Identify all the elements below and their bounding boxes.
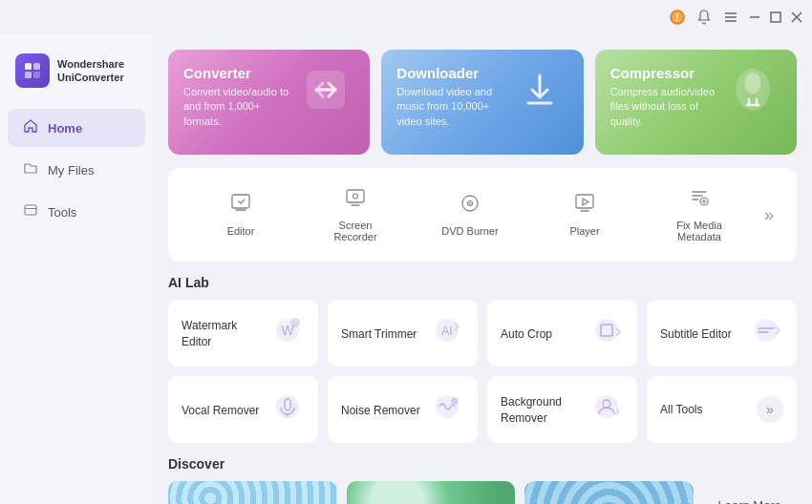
myfiles-icon	[23, 160, 38, 179]
player-label: Player	[569, 225, 599, 237]
svg-text:!: !	[675, 12, 678, 23]
converter-icon	[297, 61, 354, 129]
converter-card[interactable]: Converter Convert video/audio to and fro…	[168, 50, 370, 155]
svg-rect-12	[33, 72, 40, 78]
watermark-icon: W	[270, 313, 305, 355]
downloader-desc: Download video and music from 10,000+ vi…	[396, 85, 510, 129]
maximize-button[interactable]	[768, 10, 783, 25]
ai-vocal-remover[interactable]: Vocal Remover	[168, 376, 318, 443]
svg-point-30	[595, 319, 618, 342]
notification-icon[interactable]: !	[667, 7, 688, 28]
converter-title: Converter	[183, 65, 297, 81]
dvd-burner-label: DVD Burner	[441, 225, 498, 237]
ai-subtitle-editor[interactable]: Subtitle Editor	[647, 300, 797, 367]
noise-remover-label: Noise Remover	[341, 403, 420, 419]
discover-learn-more[interactable]: Learn More »	[703, 491, 798, 505]
ai-lab-title: AI Lab	[168, 275, 797, 290]
svg-rect-6	[771, 12, 780, 22]
ai-auto-crop[interactable]: Auto Crop	[487, 300, 637, 367]
svg-rect-17	[232, 195, 249, 208]
background-remover-label: Background Remover	[501, 394, 587, 427]
sidebar-logo: Wondershare UniConverter	[0, 46, 153, 107]
ai-smart-trimmer[interactable]: Smart Trimmer AI	[328, 300, 478, 367]
sidebar-myfiles-label: My Files	[48, 163, 94, 178]
tool-dvd-burner[interactable]: DVD Burner	[413, 185, 527, 244]
svg-text:AI: AI	[441, 325, 452, 338]
svg-rect-10	[33, 63, 40, 70]
ai-background-remover[interactable]: Background Remover	[487, 376, 637, 443]
compressor-card-text: Compressor Compress audio/video files wi…	[610, 65, 724, 129]
menu-icon[interactable]	[720, 7, 741, 28]
crop-icon	[589, 313, 624, 355]
svg-rect-9	[25, 63, 32, 70]
screen-recorder-label: Screen Recorder	[317, 220, 394, 242]
discover-thumb-2[interactable]	[347, 481, 516, 504]
svg-point-32	[755, 319, 778, 342]
svg-point-38	[595, 395, 618, 418]
sidebar-tools-label: Tools	[48, 205, 76, 220]
svg-text:G: G	[452, 398, 457, 405]
converter-desc: Convert video/audio to and from 1,000+ f…	[183, 85, 297, 129]
subtitle-editor-label: Subtitle Editor	[660, 326, 732, 343]
discover-thumb-1-inner	[168, 481, 337, 504]
ai-lab-grid: Watermark Editor W Smart Trimmer	[168, 300, 797, 443]
vocal-icon	[270, 389, 305, 431]
ai-all-tools[interactable]: All Tools »	[647, 376, 797, 443]
svg-rect-23	[576, 195, 593, 208]
discover-section: Discover Learn More »	[168, 456, 797, 504]
tool-editor[interactable]: Editor	[183, 185, 298, 244]
smart-trimmer-label: Smart Trimmer	[341, 326, 417, 343]
compressor-card[interactable]: Compressor Compress audio/video files wi…	[595, 50, 797, 155]
watermark-editor-label: Watermark Editor	[182, 318, 267, 350]
sidebar-item-home[interactable]: Home	[8, 109, 145, 147]
vocal-remover-label: Vocal Remover	[182, 403, 259, 419]
sidebar-home-label: Home	[48, 121, 82, 136]
tool-player[interactable]: Player	[527, 185, 642, 244]
main-content: Converter Convert video/audio to and fro…	[153, 34, 812, 504]
converter-card-text: Converter Convert video/audio to and fro…	[183, 65, 297, 129]
screen-recorder-icon	[345, 187, 366, 214]
downloader-title: Downloader	[396, 65, 510, 81]
downloader-card[interactable]: Downloader Download video and music from…	[381, 50, 583, 155]
app-logo-icon	[15, 53, 50, 88]
tools-icon	[23, 202, 38, 221]
learn-more-label: Learn More	[718, 498, 781, 505]
app-logo-text: Wondershare UniConverter	[57, 57, 124, 85]
top-cards: Converter Convert video/audio to and fro…	[168, 50, 797, 155]
downloader-icon	[511, 61, 568, 129]
svg-point-27	[290, 318, 300, 327]
discover-thumb-3[interactable]	[524, 481, 694, 504]
minimize-button[interactable]	[747, 10, 762, 25]
bell-icon[interactable]	[694, 7, 715, 28]
trimmer-icon: AI	[430, 313, 464, 355]
discover-thumb-3-inner	[524, 481, 694, 504]
discover-thumb-1[interactable]	[168, 481, 337, 504]
editor-label: Editor	[227, 225, 255, 237]
discover-thumb-2-inner	[347, 481, 516, 504]
svg-point-22	[469, 202, 471, 204]
home-icon	[23, 118, 38, 137]
fix-media-label: Fix Media Metadata	[661, 220, 737, 242]
all-tools-arrow: »	[757, 396, 783, 423]
tools-more-arrow[interactable]: »	[757, 205, 781, 225]
tools-row: Editor Screen Recorder	[168, 168, 797, 262]
discover-cards: Learn More »	[168, 481, 797, 504]
ai-noise-remover[interactable]: Noise Remover G	[328, 376, 478, 443]
titlebar-controls: !	[667, 7, 804, 28]
bg-icon	[589, 389, 624, 431]
compressor-icon	[724, 61, 781, 129]
dvd-burner-icon	[459, 193, 481, 220]
tool-screen-recorder[interactable]: Screen Recorder	[298, 179, 413, 250]
sidebar-item-myfiles[interactable]: My Files	[8, 151, 145, 189]
fix-media-icon	[689, 187, 710, 214]
close-button[interactable]	[789, 10, 804, 25]
all-tools-label: All Tools	[660, 403, 702, 416]
tool-fix-media[interactable]: Fix Media Metadata	[642, 179, 757, 250]
titlebar: !	[0, 0, 812, 34]
sidebar-item-tools[interactable]: Tools	[8, 193, 145, 231]
discover-title: Discover	[168, 456, 797, 472]
editor-icon	[230, 193, 251, 220]
ai-watermark-editor[interactable]: Watermark Editor W	[168, 300, 318, 367]
auto-crop-label: Auto Crop	[501, 326, 552, 343]
svg-rect-13	[25, 205, 36, 215]
